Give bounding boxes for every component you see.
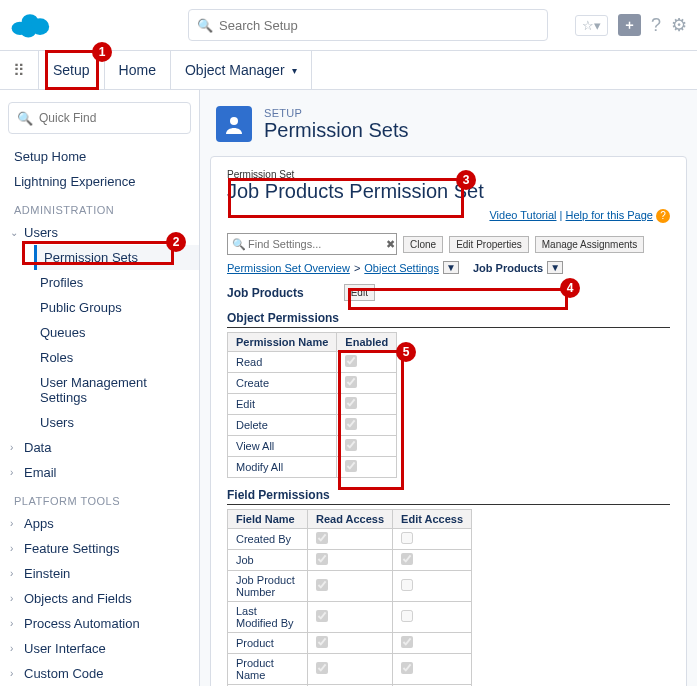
table-row: Product Name: [228, 654, 472, 685]
table-row: Created By: [228, 529, 472, 550]
help-icon[interactable]: ?: [656, 209, 670, 223]
table-row: Modify All: [228, 457, 397, 478]
search-icon: 🔍: [17, 111, 33, 126]
sidebar-item-process-automation[interactable]: ›Process Automation: [0, 611, 199, 636]
table-row: Job Product Number: [228, 571, 472, 602]
checkbox: [345, 460, 357, 472]
table-row: Delete: [228, 415, 397, 436]
sidebar-lightning[interactable]: Lightning Experience: [0, 169, 199, 194]
global-search-input[interactable]: [219, 18, 539, 33]
quick-find-input[interactable]: [39, 111, 189, 125]
sidebar-item-public-groups[interactable]: Public Groups: [34, 295, 199, 320]
svg-point-3: [21, 26, 36, 38]
salesforce-logo-icon: [10, 11, 50, 39]
favorites-icon[interactable]: ☆▾: [575, 15, 608, 36]
sidebar-item-einstein[interactable]: ›Einstein: [0, 561, 199, 586]
gear-icon[interactable]: ⚙: [671, 14, 687, 36]
chevron-right-icon: ›: [10, 518, 24, 529]
sidebar-item-permission-sets[interactable]: Permission Sets: [34, 245, 199, 270]
help-page-link[interactable]: Help for this Page: [566, 209, 653, 221]
help-links: Video Tutorial | Help for this Page ?: [227, 209, 670, 223]
page-kicker: SETUP: [264, 107, 409, 119]
table-row: Last Modified By: [228, 602, 472, 633]
sidebar-item-profiles[interactable]: Profiles: [34, 270, 199, 295]
clone-button[interactable]: Clone: [403, 236, 443, 253]
checkbox: [345, 355, 357, 367]
tab-setup[interactable]: Setup: [38, 51, 105, 89]
add-icon[interactable]: ＋: [618, 14, 641, 36]
chevron-down-icon: ⌄: [10, 227, 24, 238]
checkbox: [345, 418, 357, 430]
sidebar-item-objects-and-fields[interactable]: ›Objects and Fields: [0, 586, 199, 611]
crumb-overview[interactable]: Permission Set Overview: [227, 262, 350, 274]
col-edit: Edit Access: [393, 510, 472, 529]
edit-button[interactable]: Edit: [344, 284, 375, 301]
object-permissions-header: Object Permissions: [227, 311, 670, 328]
checkbox: [345, 439, 357, 451]
app-launcher-icon[interactable]: ⠿: [0, 51, 38, 89]
edit-properties-button[interactable]: Edit Properties: [449, 236, 529, 253]
checkbox: [401, 662, 413, 674]
find-settings-input[interactable]: [248, 238, 386, 250]
sidebar-item-apps[interactable]: ›Apps: [0, 511, 199, 536]
object-dropdown[interactable]: ▼: [547, 261, 563, 274]
svg-point-4: [230, 117, 238, 125]
checkbox: [316, 532, 328, 544]
col-field-name: Field Name: [228, 510, 308, 529]
checkbox: [345, 397, 357, 409]
checkbox: [316, 636, 328, 648]
chevron-right-icon: ›: [10, 442, 24, 453]
field-permissions-header: Field Permissions: [227, 488, 670, 505]
page-banner: SETUP Permission Sets: [200, 90, 697, 156]
checkbox: [316, 662, 328, 674]
table-row: Read: [228, 352, 397, 373]
sidebar-item-roles[interactable]: Roles: [34, 345, 199, 370]
setup-sidebar: 🔍 Setup Home Lightning Experience ADMINI…: [0, 90, 200, 686]
chevron-right-icon: ›: [10, 543, 24, 554]
crumb-object: Job Products: [473, 262, 543, 274]
manage-assignments-button[interactable]: Manage Assignments: [535, 236, 645, 253]
chevron-right-icon: ›: [10, 643, 24, 654]
col-read: Read Access: [308, 510, 393, 529]
checkbox: [345, 376, 357, 388]
record-name: Job Products Permission Set: [227, 180, 670, 203]
sidebar-admin-header: ADMINISTRATION: [0, 194, 199, 220]
record-type-label: Permission Set: [227, 169, 670, 180]
video-tutorial-link[interactable]: Video Tutorial: [489, 209, 556, 221]
sidebar-setup-home[interactable]: Setup Home: [0, 144, 199, 169]
checkbox: [401, 553, 413, 565]
col-perm-name: Permission Name: [228, 333, 337, 352]
help-icon[interactable]: ?: [651, 15, 661, 36]
global-search[interactable]: 🔍: [188, 9, 548, 41]
search-icon: 🔍: [232, 238, 246, 251]
sidebar-item-queues[interactable]: Queues: [34, 320, 199, 345]
checkbox: [401, 532, 413, 544]
sidebar-item-email[interactable]: ›Email: [0, 460, 199, 485]
find-settings[interactable]: 🔍 ✖: [227, 233, 397, 255]
checkbox: [401, 610, 413, 622]
quick-find[interactable]: 🔍: [8, 102, 191, 134]
search-icon: 🔍: [197, 18, 213, 33]
sidebar-item-user-mgmt[interactable]: User Management Settings: [34, 370, 199, 410]
table-row: View All: [228, 436, 397, 457]
crumb-object-settings[interactable]: Object Settings: [364, 262, 439, 274]
sidebar-item-user-interface[interactable]: ›User Interface: [0, 636, 199, 661]
table-row: Create: [228, 373, 397, 394]
checkbox: [316, 579, 328, 591]
chevron-down-icon: ▾: [292, 65, 297, 76]
detail-panel: Permission Set Job Products Permission S…: [210, 156, 687, 686]
sidebar-item-feature-settings[interactable]: ›Feature Settings: [0, 536, 199, 561]
tab-home[interactable]: Home: [105, 51, 171, 89]
object-settings-dropdown[interactable]: ▼: [443, 261, 459, 274]
sidebar-item-users[interactable]: ⌄Users: [0, 220, 199, 245]
sidebar-item-data[interactable]: ›Data: [0, 435, 199, 460]
sidebar-item-users-sub[interactable]: Users: [34, 410, 199, 435]
breadcrumb: Permission Set Overview > Object Setting…: [227, 261, 670, 274]
clear-icon[interactable]: ✖: [386, 238, 395, 251]
checkbox: [316, 553, 328, 565]
sidebar-item-custom-code[interactable]: ›Custom Code: [0, 661, 199, 686]
chevron-right-icon: ›: [10, 668, 24, 679]
checkbox: [401, 579, 413, 591]
tab-object-manager[interactable]: Object Manager ▾: [171, 51, 312, 89]
page-title: Permission Sets: [264, 119, 409, 142]
